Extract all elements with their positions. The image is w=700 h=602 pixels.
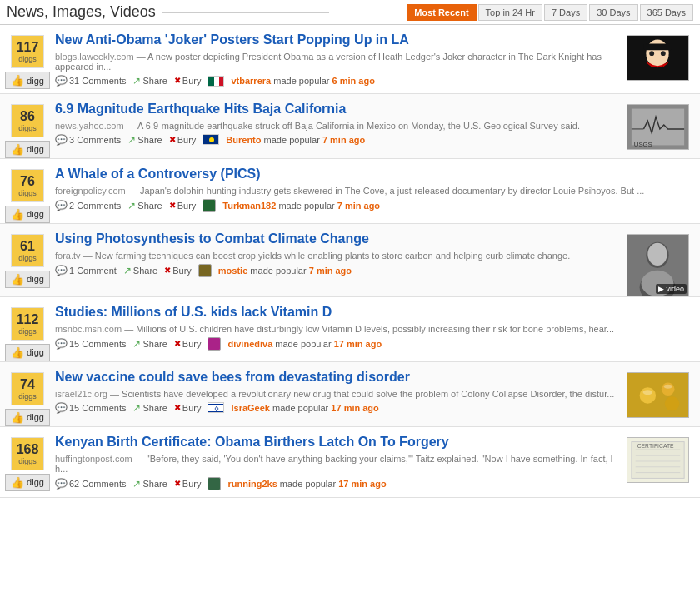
digg-number: 76 diggs xyxy=(11,169,44,202)
comments-count: 31 Comments xyxy=(69,76,126,86)
digg-button[interactable]: 👍 digg xyxy=(5,344,50,361)
svg-text:CERTIFICATE: CERTIFICATE xyxy=(638,443,674,449)
comment-icon: 💬 xyxy=(55,478,68,490)
digg-value: 76 xyxy=(20,174,35,189)
digg-button[interactable]: 👍 digg xyxy=(5,141,50,158)
avatar-icon xyxy=(208,477,221,490)
bury-link[interactable]: ✖ Bury xyxy=(174,76,202,86)
filter-24hr[interactable]: Top in 24 Hr xyxy=(478,4,542,21)
comments-link[interactable]: 💬 62 Comments xyxy=(55,478,126,490)
source-domain: msnbc.msn.com xyxy=(55,324,122,334)
popular-text: IsraGeek made popular 17 min ago xyxy=(231,403,378,413)
thumb-up-icon: 👍 xyxy=(11,476,24,489)
popular-text: divinediva made popular 17 min ago xyxy=(228,339,382,349)
story-description: — Millions of U.S. children have disturb… xyxy=(124,324,614,334)
share-link[interactable]: ↗ Share xyxy=(132,75,167,87)
source-domain: fora.tv xyxy=(55,251,81,261)
svg-rect-2 xyxy=(219,77,224,87)
digg-number: 112 diggs xyxy=(11,307,44,341)
svg-text:USGS: USGS xyxy=(634,141,652,148)
header-bar: News, Images, Videos Most Recent Top in … xyxy=(0,0,700,25)
digg-value: 61 xyxy=(20,239,35,254)
story-source: blogs.laweekly.com — A new poster depict… xyxy=(55,52,620,72)
story-meta: 💬 31 Comments ↗ Share ✖ Bury vtbarrera m… xyxy=(55,75,620,87)
comments-link[interactable]: 💬 15 Comments xyxy=(55,402,126,414)
bury-link[interactable]: ✖ Bury xyxy=(169,135,197,145)
bury-link[interactable]: ✖ Bury xyxy=(169,201,197,211)
comments-count: 62 Comments xyxy=(69,479,126,489)
comments-link[interactable]: 💬 31 Comments xyxy=(55,75,126,87)
filter-most-recent[interactable]: Most Recent xyxy=(407,4,476,21)
digg-value: 86 xyxy=(20,109,35,124)
story-item: 76 diggs 👍 digg A Whale of a Controversy… xyxy=(0,159,700,224)
share-link[interactable]: ↗ Share xyxy=(128,200,162,211)
story-title[interactable]: Kenyan Birth Certificate: Obama Birthers… xyxy=(55,434,620,451)
diggs-label: diggs xyxy=(18,392,37,401)
source-domain: israel21c.org xyxy=(55,389,108,399)
share-link[interactable]: ↗ Share xyxy=(132,402,167,414)
popular-time: 7 min ago xyxy=(322,135,365,145)
diggs-label: diggs xyxy=(18,124,37,132)
story-content: New vaccine could save bees from devasta… xyxy=(48,369,627,426)
share-icon: ↗ xyxy=(128,200,136,211)
comments-link[interactable]: 💬 2 Comments xyxy=(55,200,121,211)
share-link[interactable]: ↗ Share xyxy=(128,134,162,146)
bury-link[interactable]: ✖ Bury xyxy=(174,479,202,489)
comments-link[interactable]: 💬 3 Comments xyxy=(55,134,121,146)
story-content: 6.9 Magnitude Earthquake Hits Baja Calif… xyxy=(48,101,627,158)
story-title[interactable]: New vaccine could save bees from devasta… xyxy=(55,369,620,386)
comment-icon: 💬 xyxy=(55,402,68,414)
digg-button[interactable]: 👍 digg xyxy=(5,271,50,288)
comments-link[interactable]: 💬 15 Comments xyxy=(55,338,126,350)
thumb-up-icon: 👍 xyxy=(11,346,24,359)
comments-count: 3 Comments xyxy=(69,135,121,145)
share-link[interactable]: ↗ Share xyxy=(123,265,158,276)
share-label: Share xyxy=(142,339,167,349)
digg-button[interactable]: 👍 digg xyxy=(5,206,50,223)
digg-number: 117 diggs xyxy=(11,35,44,68)
bury-link[interactable]: ✖ Bury xyxy=(174,403,202,413)
story-title[interactable]: Studies: Millions of U.S. kids lack Vita… xyxy=(55,304,687,321)
popular-text: Burento made popular 7 min ago xyxy=(226,135,365,145)
svg-point-31 xyxy=(664,385,672,389)
share-link[interactable]: ↗ Share xyxy=(132,338,167,350)
story-title[interactable]: New Anti-Obama 'Joker' Posters Start Pop… xyxy=(55,32,620,49)
digg-button[interactable]: 👍 digg xyxy=(5,409,50,426)
diggs-label: diggs xyxy=(18,457,37,465)
flag-wrapper xyxy=(198,264,212,277)
story-thumbnail: CERTIFICATE xyxy=(627,437,689,483)
comments-link[interactable]: 💬 1 Comment xyxy=(55,265,117,276)
digg-button[interactable]: 👍 digg xyxy=(5,474,50,491)
story-item: 86 diggs 👍 digg 6.9 Magnitude Earthquake… xyxy=(0,94,700,159)
svg-rect-26 xyxy=(628,373,688,418)
filter-365days[interactable]: 365 Days xyxy=(640,4,693,21)
thumb-up-icon: 👍 xyxy=(11,74,24,87)
popular-time: 17 min ago xyxy=(331,403,378,413)
digg-count-block: 117 diggs 👍 digg xyxy=(7,32,48,93)
svg-rect-24 xyxy=(208,411,224,413)
source-domain: news.yahoo.com xyxy=(55,121,124,131)
share-link[interactable]: ↗ Share xyxy=(132,478,167,490)
popular-time: 7 min ago xyxy=(309,266,352,276)
story-meta: 💬 15 Comments ↗ Share ✖ Bury divinediva … xyxy=(55,337,687,351)
story-title[interactable]: 6.9 Magnitude Earthquake Hits Baja Calif… xyxy=(55,101,620,118)
filter-30days[interactable]: 30 Days xyxy=(589,4,638,21)
share-label: Share xyxy=(138,201,162,211)
story-title[interactable]: A Whale of a Controversy (PICS) xyxy=(55,166,687,183)
bury-link[interactable]: ✖ Bury xyxy=(164,266,192,276)
story-title[interactable]: Using Photosynthesis to Combat Climate C… xyxy=(55,231,620,248)
filter-7days[interactable]: 7 Days xyxy=(544,4,588,21)
svg-point-10 xyxy=(661,51,666,56)
digg-number: 86 diggs xyxy=(11,104,44,137)
story-content: Kenyan Birth Certificate: Obama Birthers… xyxy=(48,434,627,497)
video-badge: ▶ video xyxy=(656,284,687,294)
bury-link[interactable]: ✖ Bury xyxy=(174,339,202,349)
share-icon: ↗ xyxy=(128,134,136,146)
digg-count-block: 61 diggs 👍 digg xyxy=(7,231,48,296)
story-thumbnail: USGS xyxy=(627,104,689,150)
digg-count-block: 112 diggs 👍 digg xyxy=(7,304,48,361)
digg-button[interactable]: 👍 digg xyxy=(5,72,50,89)
story-item: 117 diggs 👍 digg New Anti-Obama 'Joker' … xyxy=(0,25,700,94)
svg-rect-6 xyxy=(643,43,672,50)
bury-label: Bury xyxy=(182,479,202,489)
